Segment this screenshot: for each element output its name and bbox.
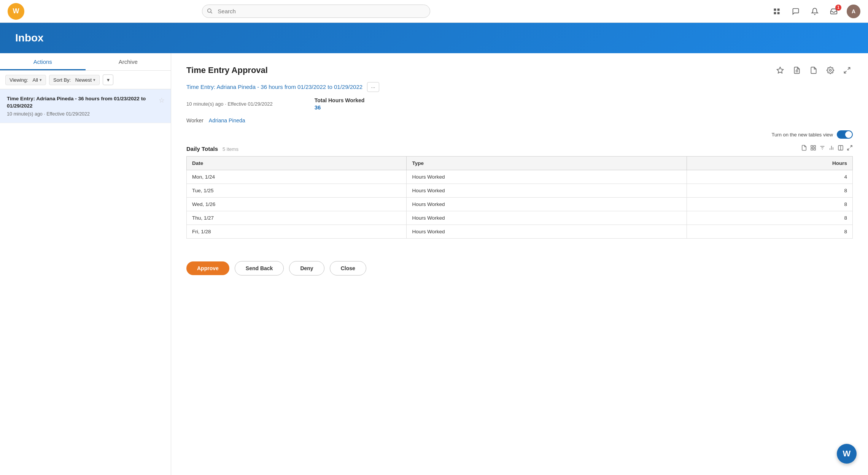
search-input[interactable] [202, 5, 430, 18]
table-row: Tue, 1/25 Hours Worked 8 [187, 184, 853, 198]
send-back-button[interactable]: Send Back [235, 261, 284, 276]
svg-marker-6 [777, 67, 784, 73]
worker-link[interactable]: Adriana Pineda [209, 117, 245, 124]
sort-filter[interactable]: Sort By: Newest ▾ [49, 75, 100, 85]
cell-hours: 8 [687, 211, 853, 225]
table-row: Fri, 1/28 Hours Worked 8 [187, 225, 853, 239]
sort-toggle-icon[interactable]: ▾ [103, 74, 113, 85]
svg-point-10 [830, 70, 831, 71]
list-item[interactable]: Time Entry: Adriana Pineda - 36 hours fr… [0, 89, 171, 123]
page-title: Time Entry Approval [186, 65, 268, 75]
table-filter-icon[interactable] [819, 145, 825, 152]
viewing-filter[interactable]: Viewing: All ▾ [5, 75, 46, 85]
table-row: Wed, 1/26 Hours Worked 8 [187, 198, 853, 211]
cell-type: Hours Worked [407, 170, 687, 184]
grid-icon[interactable] [771, 5, 783, 17]
deny-button[interactable]: Deny [289, 261, 324, 276]
worker-row: Worker Adriana Pineda [186, 117, 853, 124]
svg-rect-14 [814, 146, 816, 147]
cell-type: Hours Worked [407, 225, 687, 239]
tab-archive[interactable]: Archive [86, 53, 171, 70]
table-expand-icon[interactable] [847, 145, 853, 152]
bell-icon[interactable] [809, 5, 821, 17]
sort-chevron-icon: ▾ [93, 78, 95, 82]
sort-value: Newest [75, 77, 92, 83]
table-action-icons [801, 145, 853, 152]
sidebar-filters: Viewing: All ▾ Sort By: Newest ▾ ▾ [0, 71, 171, 89]
new-tables-toggle[interactable] [837, 130, 853, 139]
svg-rect-16 [814, 148, 816, 150]
table-chart-icon[interactable] [828, 145, 835, 152]
action-bar: Approve Send Back Deny Close [186, 253, 853, 279]
sidebar-tabs: Actions Archive [0, 53, 171, 71]
detail-link[interactable]: Time Entry: Adriana Pineda - 36 hours fr… [186, 84, 362, 90]
svg-rect-15 [811, 148, 813, 150]
total-hours-block: Total Hours Worked 36 [315, 97, 365, 111]
chat-icon[interactable] [790, 5, 802, 17]
content-toolbar: Time Entry Approval [186, 65, 853, 76]
cell-date: Fri, 1/28 [187, 225, 407, 239]
inbox-title: Inbox [15, 32, 44, 44]
svg-line-25 [850, 146, 852, 147]
sidebar: Actions Archive Viewing: All ▾ Sort By: … [0, 53, 171, 475]
table-row: Thu, 1/27 Hours Worked 8 [187, 211, 853, 225]
svg-point-0 [208, 9, 211, 12]
svg-rect-2 [774, 8, 776, 11]
table-export-icon[interactable] [801, 145, 807, 152]
avatar[interactable]: A [847, 5, 860, 18]
item-star-icon[interactable]: ☆ [159, 96, 165, 104]
settings-icon[interactable] [825, 65, 836, 76]
tab-actions[interactable]: Actions [0, 53, 86, 70]
viewing-value: All [33, 77, 38, 83]
table-grid-icon[interactable] [810, 145, 816, 152]
worker-label: Worker [186, 117, 203, 124]
cell-type: Hours Worked [407, 198, 687, 211]
section-header: Daily Totals 5 items [186, 145, 853, 152]
daily-totals-title: Daily Totals [186, 146, 218, 152]
cell-type: Hours Worked [407, 184, 687, 198]
table-columns-icon[interactable] [838, 145, 844, 152]
workday-logo: W [8, 3, 24, 20]
close-button[interactable]: Close [330, 261, 366, 276]
pdf-icon[interactable] [808, 65, 819, 76]
total-hours-label: Total Hours Worked [315, 97, 365, 103]
detail-link-row: Time Entry: Adriana Pineda - 36 hours fr… [186, 82, 853, 92]
top-nav: W [0, 0, 868, 23]
table-row: Mon, 1/24 Hours Worked 4 [187, 170, 853, 184]
meta-time: 10 minute(s) ago · Effective 01/29/2022 [186, 101, 273, 107]
svg-line-11 [848, 68, 850, 70]
floating-chat-button[interactable]: W [837, 444, 857, 464]
daily-totals-table: Date Type Hours Mon, 1/24 Hours Worked 4… [186, 156, 853, 239]
cell-date: Mon, 1/24 [187, 170, 407, 184]
approve-button[interactable]: Approve [186, 261, 229, 275]
main-layout: Actions Archive Viewing: All ▾ Sort By: … [0, 53, 868, 475]
search-icon [207, 8, 213, 15]
meta-row: 10 minute(s) ago · Effective 01/29/2022 … [186, 97, 853, 111]
col-hours: Hours [687, 157, 853, 170]
toggle-row: Turn on the new tables view [186, 130, 853, 139]
svg-rect-13 [811, 146, 813, 147]
section-title-group: Daily Totals 5 items [186, 146, 238, 152]
chat-float-icon: W [843, 449, 851, 459]
nav-icons: 1 A [771, 5, 860, 18]
svg-line-1 [211, 12, 212, 13]
content-panel: Time Entry Approval [171, 53, 868, 475]
cell-date: Wed, 1/26 [187, 198, 407, 211]
svg-line-12 [844, 71, 847, 73]
inbox-nav-icon[interactable]: 1 [828, 5, 840, 17]
svg-rect-3 [777, 8, 780, 11]
viewing-chevron-icon: ▾ [40, 78, 42, 82]
sort-label: Sort By: [53, 77, 71, 83]
fullscreen-icon[interactable] [841, 65, 853, 76]
inbox-badge: 1 [835, 5, 841, 11]
inbox-header: Inbox [0, 23, 868, 53]
export-excel-icon[interactable] [791, 65, 803, 76]
item-text: Time Entry: Adriana Pineda - 36 hours fr… [7, 95, 156, 117]
toolbar-icons [774, 65, 853, 76]
col-date: Date [187, 157, 407, 170]
item-title: Time Entry: Adriana Pineda - 36 hours fr… [7, 95, 156, 110]
star-icon[interactable] [774, 65, 786, 76]
more-options-button[interactable]: ··· [367, 82, 379, 92]
cell-hours: 8 [687, 184, 853, 198]
action-area: Entries to Approve Approve Send Back Den… [186, 246, 853, 279]
